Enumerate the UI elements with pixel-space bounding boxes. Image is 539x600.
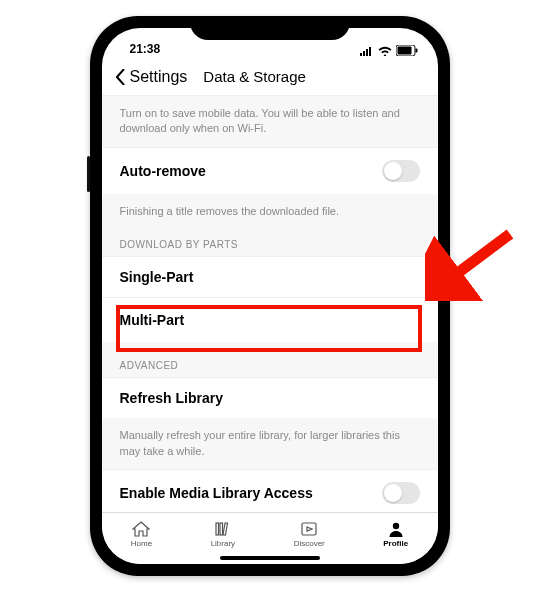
cellular-icon: [360, 46, 374, 56]
home-indicator[interactable]: [220, 556, 320, 560]
svg-rect-2: [366, 49, 368, 56]
tab-library-label: Library: [211, 539, 235, 548]
phone-frame: 21:38 Settings Data & Storage Turn on to…: [90, 16, 450, 576]
svg-rect-7: [216, 523, 219, 535]
tab-home[interactable]: Home: [131, 521, 152, 548]
svg-rect-10: [302, 523, 316, 535]
multi-part-label: Multi-Part: [120, 312, 185, 328]
svg-rect-5: [397, 47, 411, 55]
multi-part-row[interactable]: Multi-Part: [102, 297, 438, 342]
status-icons: [360, 45, 418, 56]
battery-icon: [396, 45, 418, 56]
auto-remove-row[interactable]: Auto-remove: [102, 147, 438, 194]
home-icon: [132, 521, 150, 537]
library-icon: [214, 521, 232, 537]
back-button[interactable]: Settings: [116, 68, 188, 86]
svg-rect-0: [360, 53, 362, 56]
auto-remove-label: Auto-remove: [120, 163, 206, 179]
svg-point-11: [393, 523, 399, 529]
tab-discover[interactable]: Discover: [294, 521, 325, 548]
tab-profile[interactable]: Profile: [383, 521, 408, 548]
navigation-bar: Settings Data & Storage: [102, 58, 438, 96]
svg-rect-6: [415, 49, 417, 53]
svg-line-12: [443, 234, 510, 284]
profile-icon: [387, 521, 405, 537]
media-library-access-row[interactable]: Enable Media Library Access: [102, 469, 438, 512]
svg-rect-8: [220, 523, 223, 535]
page-title: Data & Storage: [203, 68, 306, 85]
svg-rect-1: [363, 51, 365, 56]
auto-remove-toggle[interactable]: [382, 160, 420, 182]
single-part-label: Single-Part: [120, 269, 194, 285]
media-library-access-label: Enable Media Library Access: [120, 485, 313, 501]
discover-icon: [300, 521, 318, 537]
tab-home-label: Home: [131, 539, 152, 548]
refresh-library-label: Refresh Library: [120, 390, 223, 406]
status-time: 21:38: [130, 42, 161, 56]
download-by-parts-header: DOWNLOAD BY PARTS: [102, 229, 438, 256]
auto-remove-description: Finishing a title removes the downloaded…: [102, 194, 438, 229]
tab-library[interactable]: Library: [211, 521, 235, 548]
refresh-library-description: Manually refresh your entire library, fo…: [102, 418, 438, 469]
annotation-arrow: [425, 226, 520, 301]
back-label: Settings: [130, 68, 188, 86]
content-scroll[interactable]: Turn on to save mobile data. You will be…: [102, 96, 438, 512]
tab-profile-label: Profile: [383, 539, 408, 548]
wifi-description: Turn on to save mobile data. You will be…: [102, 96, 438, 147]
media-library-access-toggle[interactable]: [382, 482, 420, 504]
advanced-header: ADVANCED: [102, 342, 438, 377]
single-part-row[interactable]: Single-Part: [102, 256, 438, 297]
screen: 21:38 Settings Data & Storage Turn on to…: [102, 28, 438, 564]
wifi-icon: [378, 46, 392, 56]
status-bar: 21:38: [102, 28, 438, 58]
svg-rect-9: [223, 523, 228, 535]
refresh-library-row[interactable]: Refresh Library: [102, 377, 438, 418]
chevron-left-icon: [116, 69, 126, 85]
tab-discover-label: Discover: [294, 539, 325, 548]
svg-rect-3: [369, 47, 371, 56]
